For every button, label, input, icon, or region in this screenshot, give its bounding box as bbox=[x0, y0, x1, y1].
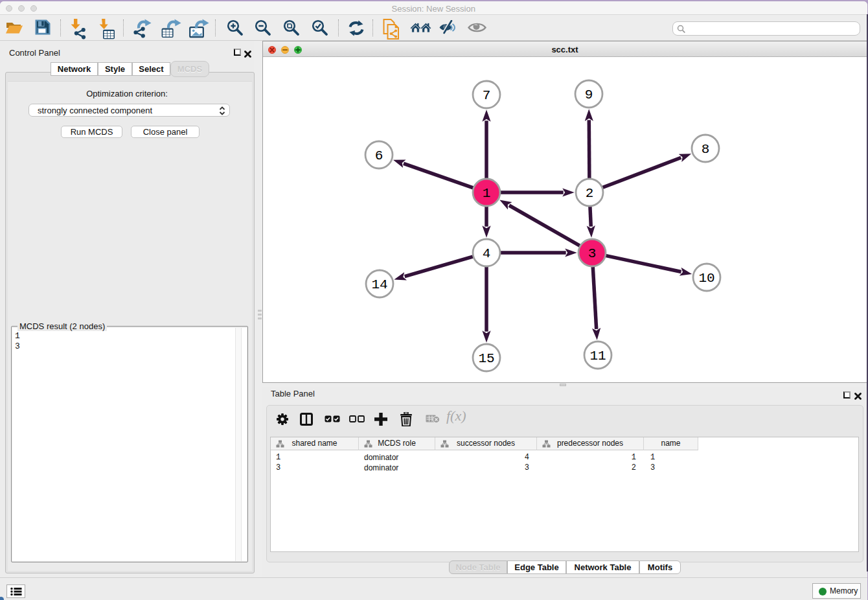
svg-text:6: 6 bbox=[375, 148, 383, 163]
svg-text:2: 2 bbox=[586, 186, 594, 201]
svg-text:14: 14 bbox=[371, 277, 387, 292]
svg-text:4: 4 bbox=[483, 246, 491, 261]
svg-text:8: 8 bbox=[702, 142, 710, 157]
svg-text:7: 7 bbox=[483, 88, 491, 103]
svg-text:3: 3 bbox=[588, 246, 597, 261]
svg-text:10: 10 bbox=[698, 271, 714, 286]
svg-text:1: 1 bbox=[483, 186, 491, 201]
svg-text:9: 9 bbox=[585, 87, 593, 102]
svg-text:15: 15 bbox=[478, 351, 494, 366]
svg-text:11: 11 bbox=[589, 349, 606, 363]
